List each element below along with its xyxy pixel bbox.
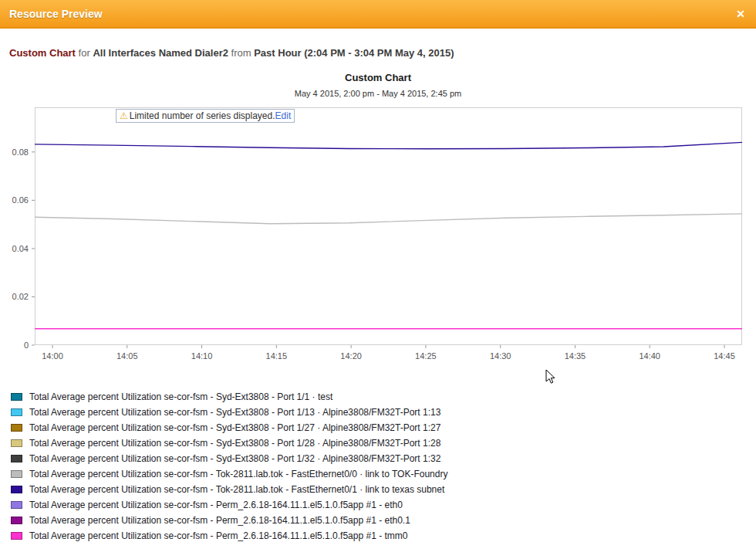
legend-label: Total Average percent Utilization se-cor… (29, 453, 440, 464)
legend-item: Total Average percent Utilization se-cor… (11, 451, 756, 466)
x-tick-label: 14:40 (639, 351, 660, 361)
legend-label: Total Average percent Utilization se-cor… (29, 469, 447, 479)
mouse-cursor (545, 369, 556, 385)
edit-link[interactable]: Edit (275, 110, 292, 121)
x-tick-label: 14:35 (565, 351, 586, 361)
legend-item: Total Average percent Utilization se-cor… (11, 497, 756, 513)
legend-label: Total Average percent Utilization se-cor… (29, 530, 407, 541)
x-tick-label: 14:15 (266, 351, 288, 361)
legend-item: Total Average percent Utilization se-cor… (11, 435, 756, 451)
description-scope: All Interfaces Named Dialer2 (93, 47, 228, 59)
legend-swatch (11, 486, 22, 493)
legend-swatch (11, 424, 22, 432)
legend-item: Total Average percent Utilization se-cor… (11, 466, 756, 482)
x-tick-label: 14:20 (340, 351, 362, 361)
x-tick-label: 14:45 (714, 351, 735, 361)
titlebar: Resource Preview ✕ (0, 0, 756, 29)
y-tick-label: 0.06 (12, 195, 29, 205)
chart-subtitle: May 4 2015, 2:00 pm - May 4 2015, 2:45 p… (0, 89, 756, 98)
close-icon[interactable]: ✕ (736, 8, 745, 19)
y-tick-label: 0 (24, 340, 29, 350)
legend-label: Total Average percent Utilization se-cor… (29, 484, 444, 495)
legend-label: Total Average percent Utilization se-cor… (29, 438, 440, 449)
x-tick-label: 14:30 (490, 351, 511, 361)
legend-label: Total Average percent Utilization se-cor… (29, 500, 403, 510)
y-tick-label: 0.02 (12, 292, 29, 301)
legend-item: Total Average percent Utilization se-cor… (11, 528, 756, 544)
description-range: Past Hour (2:04 PM - 3:04 PM May 4, 2015… (254, 47, 454, 59)
plot-area (35, 108, 742, 345)
x-tick-label: 14:05 (116, 351, 138, 361)
legend-item: Total Average percent Utilization se-cor… (11, 405, 756, 420)
warning-icon: ⚠ (120, 110, 128, 121)
chart-description: Custom Chart for All Interfaces Named Di… (9, 47, 756, 59)
x-tick-label: 14:00 (42, 351, 63, 361)
series-warning: ⚠Limited number of series displayed.Edit (116, 109, 295, 123)
legend-item: Total Average percent Utilization se-cor… (11, 482, 756, 497)
legend-item: Total Average percent Utilization se-cor… (11, 513, 756, 528)
legend-swatch (11, 455, 22, 462)
description-for: for (79, 47, 90, 59)
legend-swatch (11, 439, 22, 447)
legend-swatch (11, 501, 22, 509)
legend-item: Total Average percent Utilization se-cor… (11, 420, 756, 435)
legend-swatch (11, 517, 22, 524)
legend: Total Average percent Utilization se-cor… (11, 389, 756, 544)
legend-label: Total Average percent Utilization se-cor… (29, 422, 440, 433)
chart: 00.020.040.060.0814:0014:0514:1014:1514:… (0, 104, 756, 364)
description-from: from (231, 47, 251, 59)
legend-label: Total Average percent Utilization se-cor… (29, 391, 332, 402)
chart-canvas: 00.020.040.060.0814:0014:0514:1014:1514:… (0, 104, 752, 364)
legend-swatch (11, 470, 22, 478)
legend-swatch (11, 393, 22, 401)
y-tick-label: 0.08 (12, 147, 29, 157)
legend-swatch (11, 408, 22, 416)
y-tick-label: 0.04 (12, 244, 29, 253)
window-title: Resource Preview (9, 8, 736, 20)
legend-label: Total Average percent Utilization se-cor… (29, 515, 410, 526)
legend-swatch (11, 532, 22, 540)
x-tick-label: 14:25 (415, 351, 437, 361)
legend-label: Total Average percent Utilization se-cor… (29, 407, 440, 418)
legend-item: Total Average percent Utilization se-cor… (11, 389, 756, 405)
chart-title: Custom Chart (0, 72, 756, 83)
description-chart-name: Custom Chart (9, 47, 76, 59)
x-tick-label: 14:10 (191, 351, 213, 361)
warning-text: Limited number of series displayed. (130, 110, 275, 121)
